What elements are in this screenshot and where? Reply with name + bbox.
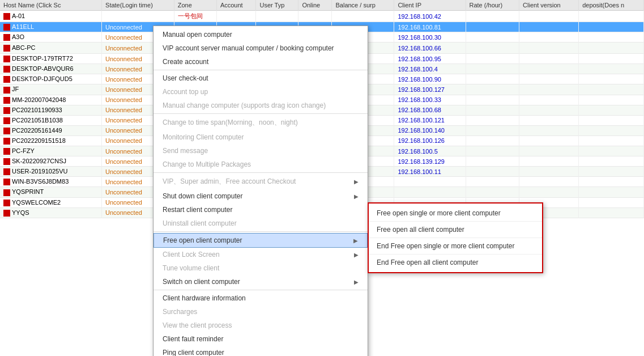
- cell-deposit: [579, 135, 644, 146]
- cell-deposit: [579, 167, 644, 177]
- cell-account: [216, 11, 256, 22]
- col-account: Account: [216, 0, 256, 11]
- cell-ip: 192.168.100.4: [394, 64, 466, 74]
- cell-hostname: JF: [0, 84, 102, 95]
- hostname-text: SK-20220927CNSJ: [12, 158, 66, 164]
- menu-item[interactable]: Shut down client computer▶: [153, 189, 368, 203]
- cell-ip: 192.168.100.126: [394, 135, 466, 146]
- hostname-text: PC202205161449: [12, 127, 62, 134]
- hostname-text: PC2021051B1038: [12, 117, 63, 124]
- submenu-arrow-icon: ▶: [353, 238, 358, 244]
- menu-item: Manual change computer (supports drag ic…: [153, 99, 368, 112]
- menu-item: Change to time span(Morning、noon、night): [153, 115, 368, 130]
- cell-version: [519, 22, 579, 32]
- cell-rate: [466, 135, 519, 146]
- col-hostname: Host Name (Click Sc: [0, 0, 102, 11]
- menu-item-label: Account top up: [163, 88, 208, 96]
- cell-version: [519, 177, 579, 187]
- menu-item: Account top up: [153, 85, 368, 99]
- menu-item[interactable]: Ping client computer: [153, 346, 368, 356]
- menu-item[interactable]: Client hardware information: [153, 291, 368, 305]
- hostname-text: DESKTOP-ABVQUR6: [12, 65, 74, 72]
- cell-version: [519, 95, 579, 105]
- computer-icon: [3, 179, 10, 185]
- menu-item[interactable]: Free open client computer▶: [153, 233, 368, 248]
- cell-ip: 192.168.100.127: [394, 84, 466, 95]
- menu-item[interactable]: VIP account server manual computer / boo…: [153, 41, 368, 55]
- submenu-item[interactable]: Free open single or more client computer: [369, 205, 542, 222]
- table-row[interactable]: A-01一号包间192.168.100.42: [0, 11, 644, 22]
- menu-separator: [153, 70, 368, 70]
- submenu-arrow-icon: ▶: [354, 279, 359, 285]
- cell-deposit: [579, 84, 644, 95]
- computer-icon: [3, 56, 10, 62]
- cell-hostname: DESKTOP-179TRT72: [0, 54, 102, 64]
- cell-deposit: [579, 187, 644, 197]
- cell-rate: [466, 115, 519, 125]
- submenu-arrow-icon: ▶: [354, 179, 359, 185]
- cell-ip: 192.168.100.5: [394, 146, 466, 156]
- cell-rate: [466, 32, 519, 43]
- computer-icon: [3, 138, 10, 145]
- cell-deposit: [579, 105, 644, 115]
- cell-ip: 192.168.100.66: [394, 43, 466, 54]
- computer-icon: [3, 24, 10, 31]
- cell-ip: 192.168.100.11: [394, 167, 466, 177]
- computer-icon: [3, 168, 10, 175]
- hostname-text: USER-20191025VU: [12, 168, 67, 175]
- cell-deposit: [579, 95, 644, 105]
- table-header-row: Host Name (Click Sc State(Login time) Zo…: [0, 0, 644, 11]
- computer-icon: [3, 87, 10, 94]
- hostname-text: PC2022209151518: [12, 137, 66, 144]
- cell-hostname: DESKTOP-DJFQUD5: [0, 74, 102, 84]
- context-menu: Manual open computerVIP account server m…: [153, 26, 368, 356]
- submenu-item[interactable]: End Free open single or more client comp…: [369, 238, 542, 255]
- cell-deposit: [579, 64, 644, 74]
- menu-item-label: VIP、Super admin、Free account Checkout: [163, 177, 296, 187]
- cell-version: [519, 135, 579, 146]
- cell-hostname: MM-202007042048: [0, 95, 102, 105]
- cell-rate: [466, 177, 519, 187]
- computer-icon: [3, 128, 10, 134]
- menu-item[interactable]: User check-out: [153, 71, 368, 85]
- cell-version: [519, 187, 579, 197]
- cell-rate: [466, 22, 519, 32]
- computer-icon: [3, 117, 10, 124]
- computer-icon: [3, 66, 10, 73]
- menu-separator: [153, 113, 368, 114]
- cell-rate: [466, 187, 519, 197]
- cell-version: [519, 32, 579, 43]
- col-usertyp: User Typ: [256, 0, 298, 11]
- computer-icon: [3, 76, 10, 83]
- cell-ip: 192.168.100.42: [394, 11, 466, 22]
- cell-online: [298, 11, 332, 22]
- menu-item[interactable]: Restart client computer: [153, 203, 368, 217]
- cell-rate: [466, 54, 519, 64]
- col-online: Online: [298, 0, 332, 11]
- computer-icon: [3, 107, 10, 114]
- cell-deposit: [579, 32, 644, 43]
- cell-hostname: USER-20191025VU: [0, 167, 102, 177]
- cell-rate: [466, 146, 519, 156]
- cell-ip: 192.168.100.33: [394, 95, 466, 105]
- menu-item: Uninstall client computer: [153, 217, 368, 230]
- menu-item[interactable]: Client fault reminder: [153, 332, 368, 346]
- cell-deposit: [579, 207, 644, 218]
- menu-item[interactable]: Manual open computer: [153, 28, 368, 41]
- cell-version: [519, 11, 579, 22]
- menu-item[interactable]: Switch on client computer▶: [153, 275, 368, 289]
- cell-deposit: [579, 197, 644, 207]
- menu-item[interactable]: Create account: [153, 55, 368, 69]
- menu-item: View the client process: [153, 319, 368, 332]
- cell-version: [519, 125, 579, 135]
- cell-ip: 192.168.100.90: [394, 74, 466, 84]
- submenu-item[interactable]: Free open all client computer: [369, 222, 542, 238]
- cell-version: [519, 156, 579, 167]
- hostname-text: YYQS: [12, 209, 29, 216]
- cell-ip: 192.168.100.68: [394, 105, 466, 115]
- hostname-text: DESKTOP-179TRT72: [12, 55, 73, 62]
- cell-hostname: DESKTOP-ABVQUR6: [0, 64, 102, 74]
- col-ip: Client IP: [394, 0, 466, 11]
- submenu-item[interactable]: End Free open all client computer: [369, 255, 542, 270]
- computer-icon: [3, 13, 10, 20]
